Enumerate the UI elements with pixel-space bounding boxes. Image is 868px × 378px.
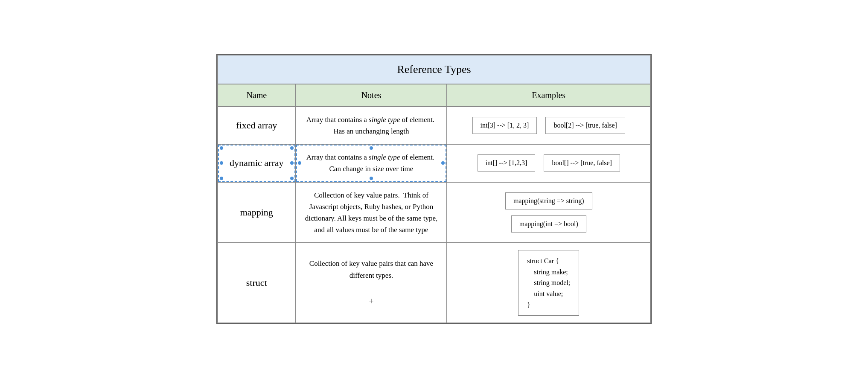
- example-box: mapping(int => bool): [511, 215, 586, 233]
- example-box: int[] --> [1,2,3]: [478, 154, 536, 172]
- row-examples-struct: struct Car { string make; string model; …: [447, 243, 650, 323]
- example-boxes-dynamic-array: int[] --> [1,2,3] bool[] --> [true, fals…: [453, 154, 644, 172]
- row-examples-fixed-array: int[3] --> [1, 2, 3] bool[2] --> [true, …: [447, 107, 650, 144]
- table-title: Reference Types: [218, 55, 650, 84]
- title-row: Reference Types: [218, 55, 650, 84]
- example-boxes-mapping: mapping(string => string) mapping(int =>…: [453, 192, 644, 233]
- row-notes-dynamic-array: Array that contains a single type of ele…: [296, 144, 447, 182]
- row-name-dynamic-array: dynamic array: [218, 144, 296, 182]
- table-row-dynamic-array: dynamic array Array that contains a sing…: [218, 144, 650, 182]
- row-name-fixed-array: fixed array: [218, 107, 296, 144]
- column-header-row: Name Notes Examples: [218, 84, 650, 107]
- example-box: bool[2] --> [true, false]: [545, 117, 625, 134]
- row-name-struct: struct: [218, 243, 296, 323]
- example-boxes-struct: struct Car { string make; string model; …: [453, 250, 644, 316]
- col-header-examples: Examples: [447, 84, 650, 107]
- row-name-mapping: mapping: [218, 182, 296, 243]
- row-notes-fixed-array: Array that contains a single type of ele…: [296, 107, 447, 144]
- table-row-struct: struct Collection of key value pairs tha…: [218, 243, 650, 323]
- col-header-name: Name: [218, 84, 296, 107]
- reference-types-table: Reference Types Name Notes Examples fixe…: [216, 54, 652, 324]
- row-notes-struct: Collection of key value pairs that can h…: [296, 243, 447, 323]
- example-box: mapping(string => string): [505, 192, 592, 209]
- example-box: int[3] --> [1, 2, 3]: [472, 117, 537, 134]
- col-header-notes: Notes: [296, 84, 447, 107]
- row-examples-dynamic-array: int[] --> [1,2,3] bool[] --> [true, fals…: [447, 144, 650, 182]
- table-row: fixed array Array that contains a single…: [218, 107, 650, 144]
- row-examples-mapping: mapping(string => string) mapping(int =>…: [447, 182, 650, 243]
- example-box: bool[] --> [true, false]: [544, 154, 620, 172]
- example-box-struct-code: struct Car { string make; string model; …: [518, 250, 579, 316]
- row-notes-mapping: Collection of key value pairs. Think of …: [296, 182, 447, 243]
- table-row-mapping: mapping Collection of key value pairs. T…: [218, 182, 650, 243]
- example-boxes-fixed-array: int[3] --> [1, 2, 3] bool[2] --> [true, …: [453, 117, 644, 134]
